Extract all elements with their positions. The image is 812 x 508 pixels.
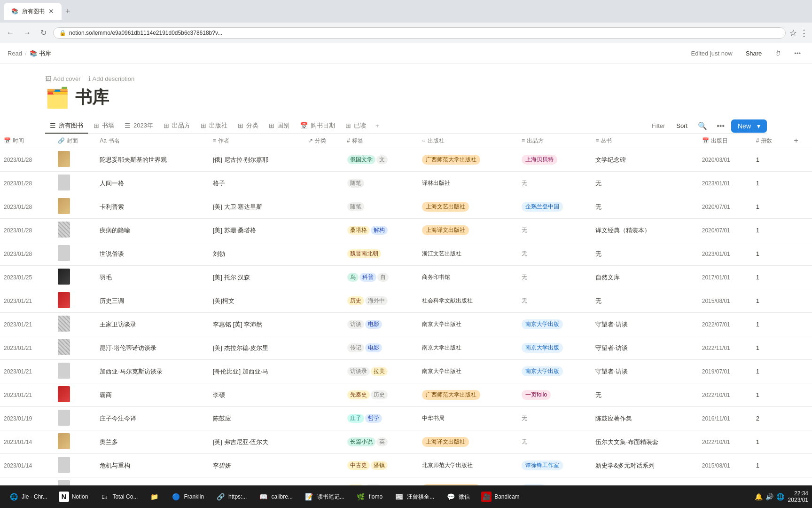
history-icon[interactable]: ⏱ bbox=[771, 48, 785, 59]
breadcrumb-parent[interactable]: Read bbox=[8, 50, 22, 57]
back-button[interactable]: ← bbox=[4, 27, 17, 39]
taskbar-item-wangceng[interactable]: 📰 汪曾祺全... bbox=[389, 490, 439, 504]
col-header-pubdate[interactable]: 📅 出版日 bbox=[698, 134, 752, 148]
table-row[interactable]: 2023/01/19 庄子今注今译 陈鼓应 庄子哲学 中华书局 无 陈鼓应著作集… bbox=[0, 407, 812, 430]
cell-author: [哥伦比亚] 加西亚·马 bbox=[209, 360, 304, 383]
refresh-button[interactable]: ↻ bbox=[38, 26, 49, 39]
table-row[interactable]: 2023/01/28 人间一格 格子 随笔 译林出版社 无 无 2023/01/… bbox=[0, 172, 812, 195]
taskbar-item-totalco[interactable]: 🗂 Total Co... bbox=[94, 490, 142, 504]
table-row[interactable]: 2023/01/13 破碎的生活 [美]康拉德·H.雅劳施 历史社会 广西师范大… bbox=[0, 477, 812, 486]
tab-country[interactable]: ⊞ 国别 bbox=[264, 119, 294, 134]
col-header-category[interactable]: ↗ 分类 bbox=[304, 134, 343, 148]
col-header-publisher2[interactable]: ≡ 出品方 bbox=[518, 134, 592, 148]
col-header-time[interactable]: 📅 时间 bbox=[0, 134, 54, 148]
search-button[interactable]: 🔍 bbox=[695, 119, 710, 132]
tab-purchase[interactable]: 📅 购书日期 bbox=[295, 119, 340, 134]
col-header-cover[interactable]: 🔗 封面 bbox=[54, 134, 96, 148]
tab-all-books[interactable]: ☰ 所有图书 bbox=[45, 119, 88, 134]
tab-publisher-view[interactable]: ⊞ 出品方 bbox=[159, 119, 195, 134]
taskbar-item-bandicam[interactable]: 🎥 Bandicam bbox=[476, 490, 524, 504]
cell-name[interactable]: 世说俗谈 bbox=[96, 242, 209, 266]
table-row[interactable]: 2023/01/21 历史三调 [美]柯文 历史海外中 社会科学文献出版社 无 … bbox=[0, 289, 812, 313]
col-header-author[interactable]: ≡ 作者 bbox=[209, 134, 304, 148]
cell-name[interactable]: 历史三调 bbox=[96, 289, 209, 313]
tab-read[interactable]: ⊞ 已读 bbox=[341, 119, 371, 134]
tab-close-btn[interactable]: ✕ bbox=[48, 8, 54, 15]
table-row[interactable]: 2023/01/21 霸商 李硕 先秦史历史 广西师范大学出版社 一页folio… bbox=[0, 383, 812, 407]
taskbar-item-https[interactable]: 🔗 https:... bbox=[211, 490, 251, 504]
add-cover-button[interactable]: 🖼 Add cover bbox=[45, 75, 81, 82]
table-wrapper[interactable]: 📅 时间 🔗 封面 Aa 书名 bbox=[0, 134, 812, 485]
tab-publisher2[interactable]: ⊞ 出版社 bbox=[196, 119, 232, 134]
cell-category bbox=[304, 313, 343, 336]
address-bar[interactable]: 🔒 notion.so/lemmo/e9a0961db1114e2191d0d5… bbox=[53, 27, 786, 39]
forward-button[interactable]: → bbox=[21, 27, 34, 39]
cell-volumes: 1 bbox=[752, 313, 789, 336]
taskbar-item-wechat[interactable]: 💬 微信 bbox=[441, 490, 475, 504]
table-row[interactable]: 2023/01/28 世说俗谈 刘勃 魏晋南北朝 浙江文艺出版社 无 无 202… bbox=[0, 242, 812, 266]
cell-date: 2023/01/21 bbox=[0, 289, 54, 313]
tag: 传记 bbox=[347, 343, 364, 352]
bookmark-icon[interactable]: ☆ bbox=[789, 28, 797, 38]
cell-name[interactable]: 霸商 bbox=[96, 383, 209, 407]
share-button[interactable]: Share bbox=[742, 48, 766, 59]
taskbar-item-explorer[interactable]: 📁 bbox=[144, 490, 164, 504]
filter-button[interactable]: Filter bbox=[648, 120, 669, 131]
tab-category[interactable]: ⊞ 分类 bbox=[233, 119, 263, 134]
taskbar-item-edge[interactable]: 🔵 Franklin bbox=[166, 490, 209, 504]
table-row[interactable]: 2023/01/25 羽毛 [美] 托尔·汉森 鸟科普自 商务印书馆 无 自然文… bbox=[0, 266, 812, 289]
add-description-button[interactable]: ℹ Add description bbox=[88, 75, 135, 82]
tab-2023[interactable]: ☰ 2023年 bbox=[120, 119, 158, 134]
cell-publisher2: 上海贝贝特 bbox=[518, 148, 592, 172]
col-header-name[interactable]: Aa 书名 bbox=[96, 134, 209, 148]
cell-name[interactable]: 人间一格 bbox=[96, 172, 209, 195]
pubdate-col-icon: 📅 bbox=[702, 137, 709, 144]
cell-publisher2: 无 bbox=[518, 266, 592, 289]
col-header-tags[interactable]: # 标签 bbox=[343, 134, 418, 148]
cell-name[interactable]: 卡利普索 bbox=[96, 195, 209, 219]
cell-name[interactable]: 陀思妥耶夫斯基的世界观 bbox=[96, 148, 209, 172]
more-options-button[interactable]: ••• bbox=[790, 48, 804, 59]
cell-name[interactable]: 庄子今注今译 bbox=[96, 407, 209, 430]
cell-series: 自然文库 bbox=[592, 266, 698, 289]
cell-name[interactable]: 破碎的生活 bbox=[96, 477, 209, 486]
table-row[interactable]: 2023/01/21 王家卫访谈录 李惠铭 [英] 李沛然 访谈电影 南京大学出… bbox=[0, 313, 812, 336]
cell-name[interactable]: 疾病的隐喻 bbox=[96, 219, 209, 242]
new-button[interactable]: New ▾ bbox=[731, 119, 767, 133]
more-options-btn[interactable]: ••• bbox=[714, 120, 727, 132]
taskbar-item-calibre[interactable]: 📖 calibre... bbox=[253, 490, 297, 504]
table-row[interactable]: 2023/01/28 疾病的隐喻 [美] 苏珊·桑塔格 桑塔格解构 上海译文出版… bbox=[0, 219, 812, 242]
active-tab[interactable]: 📚 所有图书 ✕ bbox=[4, 3, 62, 20]
add-column-button[interactable]: + bbox=[788, 134, 812, 148]
cell-publisher2: 一页folio bbox=[518, 383, 592, 407]
taskbar-item-notes[interactable]: 📝 读书笔记... bbox=[299, 490, 349, 504]
publisher-col-label: 出版社 bbox=[428, 137, 445, 145]
add-view-button[interactable]: + bbox=[372, 119, 383, 133]
tab-bookshelf[interactable]: ⊞ 书墙 bbox=[89, 119, 119, 134]
taskbar-item-chrome[interactable]: 🌐 Jie - Chr... bbox=[4, 490, 52, 504]
table-row[interactable]: 2023/01/21 昆汀·塔伦蒂诺访谈录 [美] 杰拉尔德·皮尔里 传记电影 … bbox=[0, 336, 812, 360]
cell-name[interactable]: 羽毛 bbox=[96, 266, 209, 289]
table-row[interactable]: 2023/01/14 奥兰多 [英] 弗吉尼亚·伍尔夫 长篇小说英 上海译文出版… bbox=[0, 430, 812, 454]
view-tabs-toolbar: Filter Sort 🔍 ••• New ▾ bbox=[648, 119, 767, 133]
cell-tags: 鸟科普自 bbox=[343, 266, 418, 289]
col-header-series[interactable]: ≡ 丛书 bbox=[592, 134, 698, 148]
cell-name[interactable]: 王家卫访谈录 bbox=[96, 313, 209, 336]
new-tab-button[interactable]: + bbox=[63, 5, 72, 18]
browser-toolbar: ← → ↻ 🔒 notion.so/lemmo/e9a0961db1114e21… bbox=[0, 23, 812, 43]
cell-name[interactable]: 危机与重构 bbox=[96, 454, 209, 477]
author-col-icon: ≡ bbox=[213, 137, 216, 144]
table-row[interactable]: 2023/01/28 陀思妥耶夫斯基的世界观 [俄] 尼古拉·别尔嘉耶 俄国文学… bbox=[0, 148, 812, 172]
table-row[interactable]: 2023/01/14 危机与重构 李碧妍 中古史潘镇 北京师范大学出版社 谭徐锋… bbox=[0, 454, 812, 477]
taskbar-item-notion[interactable]: N Notion bbox=[54, 490, 93, 504]
col-header-volumes[interactable]: # 册数 bbox=[752, 134, 789, 148]
table-row[interactable]: 2023/01/28 卡利普索 [美] 大卫·塞达里斯 随笔 上海文艺出版社 企… bbox=[0, 195, 812, 219]
table-row[interactable]: 2023/01/21 加西亚·马尔克斯访谈录 [哥伦比亚] 加西亚·马 访谈录拉… bbox=[0, 360, 812, 383]
cell-name[interactable]: 奥兰多 bbox=[96, 430, 209, 454]
taskbar-item-flomo[interactable]: 🌿 flomo bbox=[351, 490, 387, 504]
cell-name[interactable]: 昆汀·塔伦蒂诺访谈录 bbox=[96, 336, 209, 360]
col-header-publisher[interactable]: ○ 出版社 bbox=[418, 134, 518, 148]
sort-button[interactable]: Sort bbox=[672, 120, 691, 131]
cell-name[interactable]: 加西亚·马尔克斯访谈录 bbox=[96, 360, 209, 383]
profile-icon[interactable]: ⋮ bbox=[800, 28, 808, 38]
